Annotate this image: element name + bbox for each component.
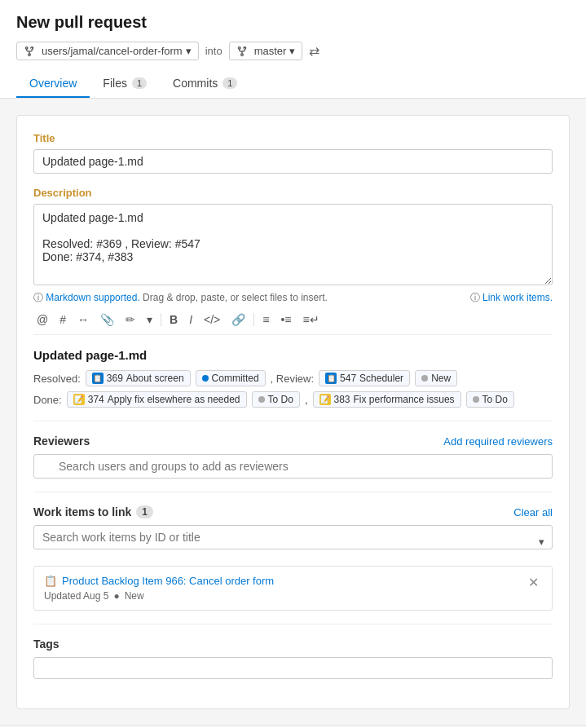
item-374-tag[interactable]: 📝 374 Apply fix elsewhere as needed [67,391,247,408]
work-items-count: 1 [136,505,153,518]
reviewers-search-input[interactable] [33,454,553,479]
toolbar-ul[interactable]: •≡ [277,311,294,328]
toolbar-attach[interactable]: 📎 [97,311,117,328]
toolbar-hash[interactable]: # [56,311,69,328]
resolved-label: Resolved: [33,373,81,385]
linked-item-info: 📋 Product Backlog Item 966: Cancel order… [44,575,274,602]
divider-3 [33,624,553,624]
work-items-label: Work items to link 1 [33,505,153,518]
link-work-items-link[interactable]: Link work items. [482,292,553,303]
toolbar-indent[interactable]: ≡↵ [300,311,323,328]
item-369-status-tag: Committed [196,370,266,386]
linked-item-meta: Updated Aug 5 ● New [44,590,274,602]
linked-item-status-dot: ● [113,590,119,602]
title-label: Title [33,132,553,144]
form-section: Title Description Updated page-1.md Reso… [16,115,570,709]
target-branch-chevron: ▾ [289,45,295,57]
toolbar-link[interactable]: 🔗 [228,311,249,328]
editor-toolbar: @ # ↔ 📎 ✏ ▾ B I </> 🔗 ≡ •≡ ≡↵ [33,311,553,335]
add-required-reviewers-link[interactable]: Add required reviewers [443,435,553,448]
markdown-link[interactable]: Markdown supported. [46,292,139,303]
tab-bar: Overview Files 1 Commits 1 [16,70,570,98]
title-input[interactable] [33,149,553,174]
toolbar-divider-2 [253,313,254,326]
reviewers-header: Reviewers Add required reviewers [33,435,553,448]
item-547-tag[interactable]: 📋 547 Scheduler [319,370,410,386]
remove-linked-item-button[interactable]: ✕ [525,575,542,590]
source-branch-selector[interactable]: users/jamal/cancel-order-form ▾ [16,42,199,60]
branch-icon [24,46,35,57]
done-row: Done: 📝 374 Apply fix elsewhere as neede… [33,391,553,408]
item-374-title: Apply fix elsewhere as needed [108,394,240,405]
target-branch-selector[interactable]: master ▾ [229,42,303,60]
description-textarea[interactable]: Updated page-1.md Resolved: #369 , Revie… [33,204,553,285]
tags-label: Tags [33,638,553,651]
tab-overview-label: Overview [29,77,77,90]
description-label: Description [33,187,553,199]
item-369-title: About screen [126,373,184,384]
toolbar-emoji-dropdown[interactable]: ▾ [143,311,156,328]
reviewers-label: Reviewers [33,435,90,448]
item-547-status-dot [421,375,428,382]
work-items-dropdown-wrapper: ▾ [33,525,553,558]
branch-target-icon [236,46,248,57]
divider-1 [33,421,553,421]
linked-item-title[interactable]: 📋 Product Backlog Item 966: Cancel order… [44,575,274,587]
item-369-status-dot [202,375,209,382]
tags-input[interactable] [33,657,553,679]
work-items-label-text: Work items to link [33,505,131,518]
item-383-tag[interactable]: 📝 383 Fix performance issues [313,391,461,408]
item-374-icon: 📝 [73,394,85,405]
toolbar-emoji[interactable]: ✏ [122,311,139,328]
tab-files[interactable]: Files 1 [90,70,160,98]
toolbar-divider-1 [161,313,161,326]
preview-title: Updated page-1.md [33,348,553,362]
toolbar-mention[interactable]: ↔ [74,311,92,328]
tab-files-label: Files [103,77,127,90]
done-label: Done: [33,394,62,406]
toolbar-italic[interactable]: I [186,311,196,328]
item-547-status-tag: New [415,370,457,386]
item-547-status: New [431,373,451,384]
divider-2 [33,492,553,492]
item-383-status: To Do [482,394,508,405]
toolbar-code[interactable]: </> [200,311,223,328]
comma-374: , [305,394,308,406]
branch-bar: users/jamal/cancel-order-form ▾ into mas… [16,42,570,60]
source-branch-label: users/jamal/cancel-order-form [42,45,183,57]
toolbar-ol[interactable]: ≡ [259,311,272,328]
linked-item: 📋 Product Backlog Item 966: Cancel order… [33,566,553,611]
tab-commits[interactable]: Commits 1 [160,70,250,98]
into-label: into [205,45,223,57]
item-374-status: To Do [268,394,293,405]
item-383-status-dot [473,396,479,403]
item-374-status-dot [258,396,265,403]
linked-item-title-text: Product Backlog Item 966: Cancel order f… [62,575,274,587]
resolved-row: Resolved: 📋 369 About screen Committed ,… [33,370,553,386]
markdown-info: ⓘ Markdown supported. Drag & drop, paste… [33,291,328,305]
toolbar-at[interactable]: @ [33,311,51,328]
item-369-status: Committed [212,373,259,384]
linked-item-status: New [125,590,144,602]
source-branch-chevron: ▾ [186,45,192,57]
swap-branches-button[interactable]: ⇄ [309,43,319,59]
toolbar-bold[interactable]: B [166,311,181,328]
work-items-search-input[interactable] [33,525,553,549]
link-work-items-bar: ⓘ Link work items. [470,291,553,305]
item-383-icon: 📝 [319,394,331,405]
main-content: Title Description Updated page-1.md Reso… [0,99,586,726]
work-items-header: Work items to link 1 Clear all [33,505,553,518]
tab-overview[interactable]: Overview [16,70,90,98]
markdown-bar: ⓘ Markdown supported. Drag & drop, paste… [33,291,553,305]
item-383-id: 383 [334,394,350,405]
tab-commits-label: Commits [173,77,218,90]
item-374-status-tag: To Do [252,391,300,408]
item-369-icon: 📋 [92,373,104,384]
clear-all-link[interactable]: Clear all [513,506,553,518]
page-header: New pull request users/jamal/cancel-orde… [0,0,586,99]
tab-files-badge: 1 [132,77,147,89]
item-369-tag[interactable]: 📋 369 About screen [86,370,191,386]
reviewers-search-wrapper: 🔍 [33,454,553,479]
target-branch-label: master [254,45,287,57]
item-547-title: Scheduler [359,373,403,384]
